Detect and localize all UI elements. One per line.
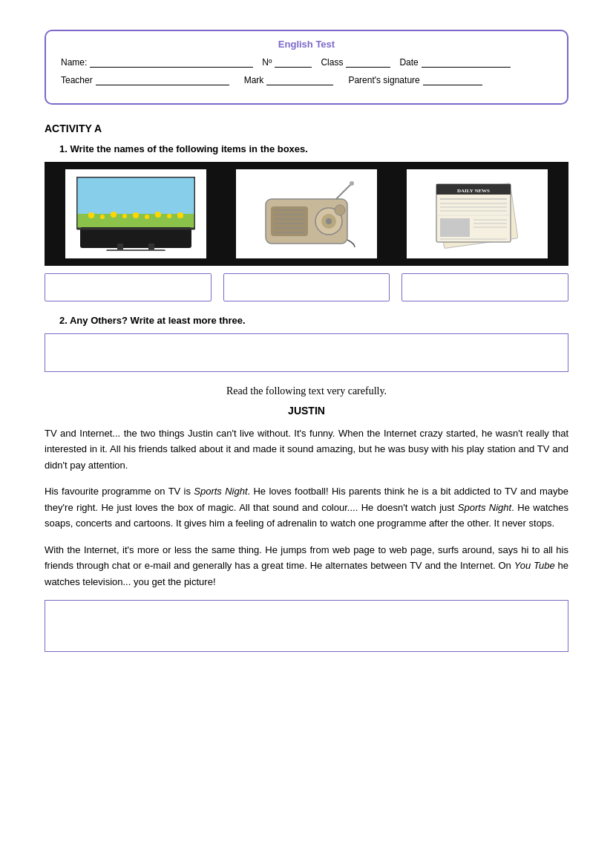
paragraph-2: His favourite programme on TV is Sports … [45, 483, 568, 531]
name-label: Name: [61, 57, 87, 68]
name-line [90, 67, 253, 68]
story-title: JUSTIN [45, 405, 568, 417]
paragraph-1: TV and Internet... the two things Justin… [45, 425, 568, 473]
date-label: Date [399, 57, 418, 68]
number-line [275, 67, 312, 68]
question-2: 2. Any Others? Write at least more three… [45, 315, 568, 372]
header-row-1: Name: Nº Class Date [61, 57, 552, 68]
mark-line [266, 85, 333, 85]
question-2-label: 2. Any Others? Write at least more three… [59, 315, 568, 326]
question-1: 1. Write the names of the following item… [45, 143, 568, 301]
svg-point-3 [100, 215, 105, 219]
svg-text:DAILY NEWS: DAILY NEWS [457, 188, 490, 194]
svg-point-10 [177, 212, 183, 218]
svg-rect-18 [271, 206, 308, 236]
activity-a-heading: ACTIVITY A [45, 123, 568, 134]
newspaper-image: DAILY NEWS [425, 177, 529, 251]
svg-point-6 [133, 212, 139, 218]
images-strip: DAILY NEWS [45, 162, 568, 266]
paragraph-3: With the Internet, it's more or less the… [45, 542, 568, 590]
radio-image [255, 180, 358, 247]
class-line [346, 67, 390, 68]
header-row-2: Teacher Mark Parent's signature [61, 75, 552, 85]
svg-point-28 [335, 205, 345, 215]
number-label: Nº [262, 57, 272, 68]
svg-point-7 [145, 215, 149, 219]
header-box: English Test Name: Nº Class Date Teacher… [45, 30, 568, 105]
mark-label: Mark [244, 75, 264, 85]
read-instruction: Read the following text very carefully. [45, 385, 568, 397]
answer-boxes-row [45, 273, 568, 301]
svg-point-5 [122, 214, 127, 218]
svg-point-27 [326, 218, 332, 224]
page-title: English Test [61, 39, 552, 50]
svg-point-2 [88, 212, 94, 218]
bottom-answer-box[interactable] [45, 600, 568, 652]
svg-rect-14 [106, 249, 165, 251]
svg-point-4 [111, 212, 117, 218]
answer-box-3[interactable] [401, 273, 568, 301]
italic-sports-night-1: Sports Night [194, 486, 247, 497]
teacher-label: Teacher [61, 75, 93, 85]
svg-point-8 [155, 212, 161, 218]
reading-section: Read the following text very carefully. … [45, 385, 568, 652]
date-line [422, 67, 511, 68]
svg-rect-11 [80, 227, 191, 248]
tv-image [76, 177, 195, 251]
answer-box-1[interactable] [45, 273, 212, 301]
svg-rect-40 [440, 218, 470, 237]
svg-point-9 [167, 214, 171, 218]
large-answer-box[interactable] [45, 333, 568, 372]
question-1-label: 1. Write the names of the following item… [59, 143, 568, 154]
teacher-line [96, 85, 229, 85]
parents-label: Parent's signature [348, 75, 419, 85]
svg-point-30 [350, 181, 354, 186]
svg-line-29 [336, 184, 351, 199]
tv-frame [65, 169, 206, 258]
class-label: Class [321, 57, 343, 68]
radio-frame [236, 169, 377, 258]
newspaper-frame: DAILY NEWS [407, 169, 548, 258]
parents-line [423, 85, 482, 85]
italic-youtube: You Tube [514, 560, 555, 571]
italic-sports-night-2: Sports Night [458, 502, 511, 513]
answer-box-2[interactable] [223, 273, 390, 301]
